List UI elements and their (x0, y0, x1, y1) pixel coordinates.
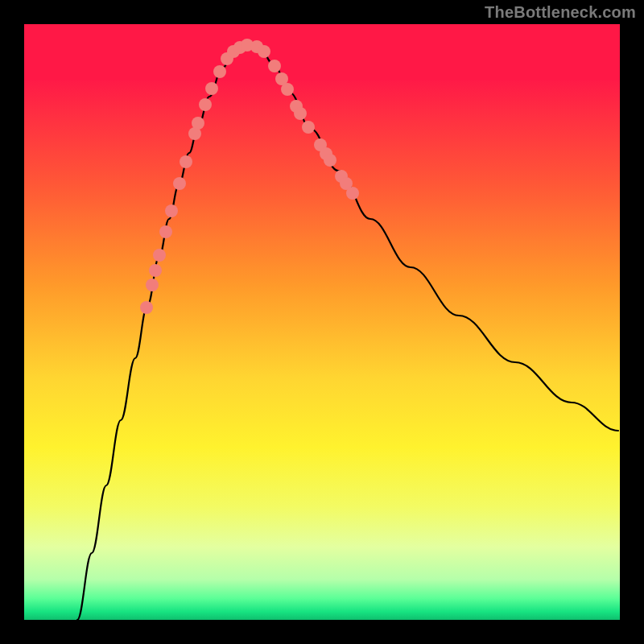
data-point-right-01 (258, 45, 270, 58)
data-point-left-01 (140, 301, 153, 314)
data-point-right-04 (281, 83, 294, 96)
stage: TheBottleneck.com (0, 0, 644, 644)
data-points (140, 39, 359, 314)
data-point-left-07 (173, 177, 186, 190)
watermark: TheBottleneck.com (485, 3, 636, 22)
bottleneck-curve (77, 45, 618, 620)
data-point-right-02 (268, 60, 281, 72)
data-point-left-11 (199, 98, 212, 111)
data-point-left-02 (146, 279, 159, 291)
curve-svg (24, 24, 620, 620)
data-point-left-12 (205, 82, 218, 95)
data-point-right-10 (324, 154, 336, 167)
data-point-left-06 (165, 204, 178, 217)
data-point-left-03 (149, 264, 162, 277)
data-point-right-06 (294, 107, 307, 120)
data-point-right-07 (302, 121, 315, 134)
data-point-left-04 (153, 249, 166, 262)
data-point-right-13 (346, 187, 359, 200)
data-point-left-13 (213, 65, 226, 78)
data-point-left-10 (192, 117, 204, 130)
data-point-left-05 (159, 225, 172, 238)
data-point-left-08 (180, 155, 192, 168)
plot-area (24, 24, 620, 620)
